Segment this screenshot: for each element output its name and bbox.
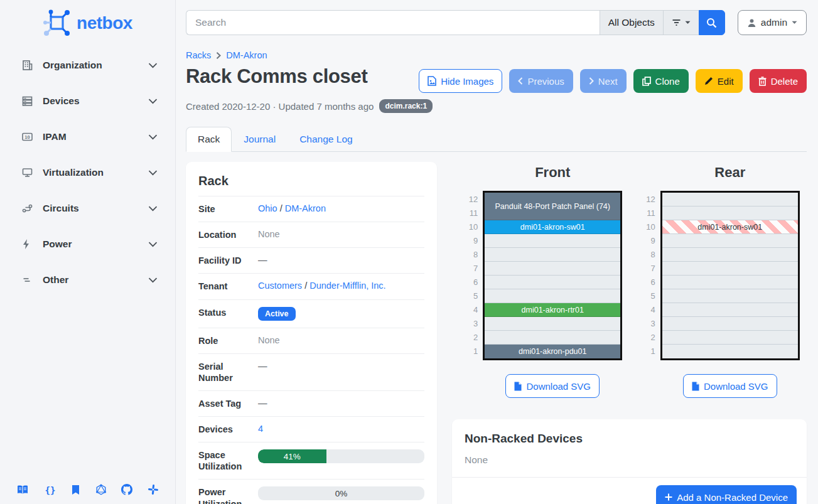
rack-unit-empty <box>485 276 620 289</box>
previous-button[interactable]: Previous <box>509 69 573 93</box>
unit-number: 3 <box>459 317 478 331</box>
sidebar-item-power[interactable]: Power <box>13 232 166 257</box>
hide-images-button[interactable]: Hide Images <box>419 69 502 93</box>
unit-number: 11 <box>637 206 655 220</box>
netbox-logo[interactable]: netbox <box>0 6 175 39</box>
sidebar-footer-links: {} <box>0 484 175 495</box>
rack-details-card: Rack SiteOhio / DM-AkronLocationNoneFaci… <box>186 162 437 504</box>
attr-link[interactable]: Dunder-Mifflin, Inc. <box>309 281 385 291</box>
left-column: Rack SiteOhio / DM-AkronLocationNoneFaci… <box>186 162 437 504</box>
rest-api-braces-icon[interactable]: {} <box>44 484 57 495</box>
global-search: All Objects <box>186 10 725 35</box>
rack-unit-device[interactable]: dmi01-akron-sw01 <box>485 220 620 234</box>
tab-change-log[interactable]: Change Log <box>288 127 364 152</box>
github-icon[interactable] <box>121 484 132 495</box>
hide-images-label: Hide Images <box>441 76 493 87</box>
ipam-icon: 10 <box>21 131 35 142</box>
filter-icon <box>672 19 681 26</box>
title-row: Rack Comms closet Hide Images Previous N… <box>186 65 807 93</box>
rack-unit-device[interactable]: Panduit 48-Port Patch Panel (74) <box>485 193 620 220</box>
unit-number: 1 <box>637 345 655 358</box>
attr-link[interactable]: 4 <box>258 424 263 434</box>
attr-value: — <box>258 361 424 371</box>
attr-label: Serial Number <box>198 361 258 383</box>
next-label: Next <box>598 76 618 87</box>
attr-value: None <box>258 229 424 239</box>
sidebar-item-label: IPAM <box>43 131 67 142</box>
chevron-down-icon <box>148 170 158 176</box>
tab-journal[interactable]: Journal <box>232 127 288 152</box>
unit-number: 7 <box>637 262 655 276</box>
api-docs-icon[interactable] <box>71 484 80 495</box>
slack-icon[interactable] <box>148 484 159 495</box>
copy-icon <box>642 77 651 86</box>
search-filter-button[interactable] <box>663 10 699 35</box>
unit-number: 2 <box>637 331 655 345</box>
breadcrumb-site-link[interactable]: DM-Akron <box>226 50 267 60</box>
rack-unit-device[interactable]: dmi01-akron-sw01 <box>662 220 798 234</box>
sidebar-item-ipam[interactable]: 10IPAM <box>13 124 166 149</box>
sidebar-item-circuits[interactable]: Circuits <box>13 196 166 221</box>
edit-label: Edit <box>718 76 734 87</box>
sidebar-item-devices[interactable]: Devices <box>13 88 166 114</box>
previous-label: Previous <box>527 76 564 87</box>
front-download-svg-button[interactable]: Download SVG <box>505 374 600 398</box>
delete-button[interactable]: Delete <box>750 69 807 93</box>
next-button[interactable]: Next <box>580 69 627 93</box>
page-actions: Hide Images Previous Next Clone <box>419 69 807 93</box>
edit-button[interactable]: Edit <box>696 69 743 93</box>
sidebar-item-label: Organization <box>43 60 102 71</box>
attr-label: Location <box>198 229 258 240</box>
file-icon <box>692 382 699 391</box>
search-submit-button[interactable] <box>699 10 725 35</box>
docs-book-icon[interactable] <box>16 484 29 495</box>
right-column: Front 121110987654321 Panduit 48-Port Pa… <box>452 162 807 504</box>
attr-value: 41% <box>258 449 424 463</box>
rear-download-svg-button[interactable]: Download SVG <box>683 374 777 398</box>
unit-number: 4 <box>459 303 478 317</box>
front-elevation: Front 121110987654321 Panduit 48-Port Pa… <box>452 162 630 398</box>
attr-link[interactable]: Customers <box>258 281 302 291</box>
sidebar-item-organization[interactable]: Organization <box>13 53 166 78</box>
breadcrumb-racks-link[interactable]: Racks <box>186 50 211 60</box>
rack-unit-empty <box>485 262 620 276</box>
status-badge: Active <box>258 307 296 321</box>
sidebar-item-virtualization[interactable]: Virtualization <box>13 160 166 185</box>
rack-attr-power-utilization: Power Utilization0% <box>198 479 424 504</box>
add-non-racked-label: Add a Non-Racked Device <box>677 492 788 503</box>
rack-unit-empty <box>662 345 798 358</box>
unit-number: 5 <box>459 289 478 303</box>
attr-label: Power Utilization <box>198 486 258 504</box>
unit-number: 5 <box>637 289 655 303</box>
rack-unit-device[interactable]: dmi01-akron-rtr01 <box>485 303 620 317</box>
unit-number: 6 <box>459 276 478 289</box>
image-file-icon <box>428 76 436 86</box>
chevron-down-icon <box>148 63 158 68</box>
sidebar-item-label: Devices <box>43 95 80 107</box>
attr-label: Devices <box>198 424 258 435</box>
file-icon <box>514 382 522 391</box>
rack-attr-tenant: TenantCustomers / Dunder-Mifflin, Inc. <box>198 273 424 299</box>
search-scope-button[interactable]: All Objects <box>600 10 663 35</box>
rack-unit-empty <box>485 317 620 331</box>
rear-rack: 121110987654321 dmi01-akron-sw01 <box>637 191 800 360</box>
graphql-icon[interactable] <box>95 484 107 495</box>
attr-link[interactable]: DM-Akron <box>285 203 326 213</box>
attr-label: Space Utilization <box>198 449 258 472</box>
chevron-down-icon <box>792 21 797 24</box>
plus-icon <box>665 493 672 501</box>
clone-button[interactable]: Clone <box>633 69 689 93</box>
rack-unit-empty <box>662 317 798 331</box>
sidebar-item-label: Other <box>43 274 68 286</box>
search-input[interactable] <box>186 10 600 35</box>
tab-rack[interactable]: Rack <box>186 127 232 152</box>
breadcrumb-separator-icon <box>216 52 221 59</box>
attr-label: Site <box>198 203 258 215</box>
rack-unit-device[interactable]: dmi01-akron-pdu01 <box>485 345 620 358</box>
sidebar-item-other[interactable]: Other <box>13 267 166 292</box>
add-non-racked-device-button[interactable]: Add a Non-Racked Device <box>656 485 797 504</box>
attr-link[interactable]: Ohio <box>258 203 277 213</box>
attr-value: Active <box>258 307 424 321</box>
user-menu-button[interactable]: admin <box>738 10 807 35</box>
front-rack-units: Panduit 48-Port Patch Panel (74)dmi01-ak… <box>483 191 622 360</box>
